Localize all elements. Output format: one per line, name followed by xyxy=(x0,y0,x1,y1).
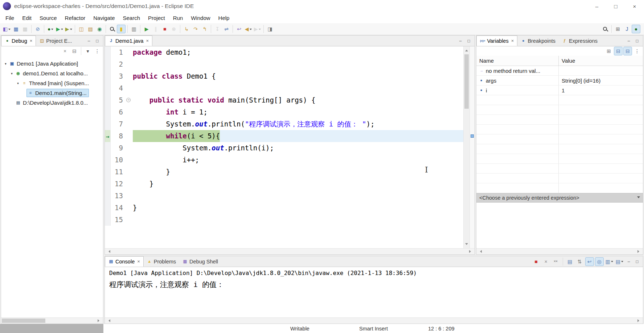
code-text[interactable]: while(i < 5){ xyxy=(132,130,463,142)
debug-button[interactable]: ● xyxy=(46,25,55,33)
overview-ruler[interactable] xyxy=(469,46,475,248)
run-button[interactable]: ▶ xyxy=(55,25,64,33)
minimize-view-button[interactable]: – xyxy=(625,37,632,45)
expander-icon[interactable]: ▾ xyxy=(16,82,20,85)
column-header-name[interactable]: Name xyxy=(476,56,559,66)
dropdown-arrow-icon[interactable] xyxy=(8,29,11,31)
code-line[interactable]: 11 } xyxy=(105,166,463,178)
word-wrap-button[interactable]: ↩ xyxy=(585,257,594,266)
scrollbar-thumb[interactable] xyxy=(2,319,45,323)
resume-button[interactable]: ▶ xyxy=(142,25,151,33)
code-text[interactable] xyxy=(132,214,463,226)
close-icon[interactable]: × xyxy=(30,38,33,43)
use-step-filters-button[interactable]: ⇌ xyxy=(222,25,231,33)
fold-gutter[interactable] xyxy=(125,142,132,154)
remove-launch-button[interactable]: × xyxy=(542,257,550,266)
code-line[interactable]: 15 xyxy=(105,214,463,226)
fold-gutter[interactable] xyxy=(125,214,132,226)
expander-icon[interactable]: ▾ xyxy=(9,72,14,75)
display-selected-console-button[interactable]: ▥ xyxy=(605,257,614,266)
fold-gutter[interactable] xyxy=(125,118,132,130)
tree-item-content[interactable]: ▤D:\Develop\Java\jdk1.8.0... xyxy=(14,99,90,107)
editor-horizontal-scrollbar[interactable] xyxy=(105,248,475,254)
code-line[interactable]: 2 xyxy=(105,58,463,70)
fold-gutter[interactable] xyxy=(125,178,132,190)
step-into-button[interactable]: ↳ xyxy=(182,25,191,33)
scroll-right-icon[interactable] xyxy=(637,250,641,253)
fold-collapse-icon[interactable] xyxy=(126,98,131,102)
code-text[interactable]: i++; xyxy=(132,154,463,166)
terminate-button[interactable]: ■ xyxy=(160,25,169,33)
open-console-button[interactable]: ▤ xyxy=(615,257,624,266)
code-text[interactable]: } xyxy=(132,202,463,214)
dropdown-arrow-icon[interactable] xyxy=(70,29,72,31)
console-tab-debug-shell[interactable]: ▥Debug Shell xyxy=(179,256,221,267)
variables-tab-variables[interactable]: (x)=Variables× xyxy=(476,36,517,46)
last-edit-location-button[interactable]: ↩ xyxy=(235,25,243,33)
menu-source[interactable]: Source xyxy=(36,13,61,22)
scroll-right-icon[interactable] xyxy=(637,319,641,322)
editor-vertical-scrollbar[interactable] xyxy=(463,46,469,248)
code-text[interactable]: System.out.println(i); xyxy=(132,142,463,154)
maximize-button[interactable]: □ xyxy=(606,0,625,12)
debug-perspective-button[interactable]: ● xyxy=(632,25,640,33)
scroll-left-icon[interactable] xyxy=(107,250,110,253)
breakpoint-gutter[interactable] xyxy=(105,118,111,130)
clear-console-button[interactable]: ▤ xyxy=(566,257,574,266)
code-text[interactable] xyxy=(132,82,463,94)
tree-item[interactable]: ▾◉demo1.Demo1 at localho... xyxy=(1,68,103,78)
view-menu-button[interactable]: ⋮ xyxy=(93,47,102,55)
console-tab-problems[interactable]: ▲Problems xyxy=(144,256,179,267)
remove-all-launches-button[interactable]: ×× xyxy=(551,257,560,266)
minimize-view-button[interactable]: – xyxy=(457,37,464,45)
close-icon[interactable]: × xyxy=(137,259,140,264)
editor-code-area[interactable]: 1package demo1;23public class Demo1 {45 … xyxy=(105,46,463,248)
view-menu-button[interactable]: ⋮ xyxy=(633,47,641,55)
breakpoint-gutter[interactable] xyxy=(105,154,111,166)
breakpoint-gutter[interactable] xyxy=(105,58,111,70)
debug-horizontal-scrollbar[interactable] xyxy=(1,317,103,324)
code-text[interactable]: int i = 1; xyxy=(132,106,463,118)
scrollbar-thumb[interactable] xyxy=(464,54,469,109)
editor-tab-demo1-java[interactable]: JDemo1.java× xyxy=(105,36,152,46)
tree-item[interactable]: ▾▣Demo1 [Java Application] xyxy=(1,59,103,68)
close-icon[interactable]: × xyxy=(511,38,514,43)
expression-dropdown-icon[interactable] xyxy=(637,196,640,200)
breakpoint-gutter[interactable] xyxy=(105,202,111,214)
column-header-value[interactable]: Value xyxy=(559,56,575,66)
new-class-button[interactable]: ◉ xyxy=(95,25,104,33)
fold-gutter[interactable] xyxy=(125,58,132,70)
menu-navigate[interactable]: Navigate xyxy=(89,13,119,22)
scroll-up-icon[interactable] xyxy=(465,48,468,51)
overview-current-line-marker[interactable] xyxy=(471,134,474,138)
maximize-view-button[interactable]: □ xyxy=(633,37,641,45)
tree-item[interactable]: ▾≡Thread [main] (Suspen... xyxy=(1,78,103,88)
fold-gutter[interactable] xyxy=(125,70,132,82)
breakpoint-gutter[interactable] xyxy=(105,70,111,82)
code-text[interactable]: public static void main(String[] args) { xyxy=(132,94,463,106)
java-search-button[interactable] xyxy=(108,25,116,33)
code-text[interactable]: } xyxy=(132,178,463,190)
code-text[interactable] xyxy=(132,190,463,202)
fold-gutter[interactable] xyxy=(125,106,132,118)
fold-gutter[interactable] xyxy=(125,94,132,106)
menu-window[interactable]: Window xyxy=(187,13,214,22)
fold-gutter[interactable] xyxy=(125,46,132,58)
code-line[interactable]: 4 xyxy=(105,82,463,94)
minimize-view-button[interactable]: – xyxy=(625,258,632,265)
mark-occurrences-button[interactable]: ▮ xyxy=(117,25,126,33)
variables-horizontal-scrollbar[interactable] xyxy=(476,248,643,254)
code-text[interactable]: } xyxy=(132,166,463,178)
fold-gutter[interactable] xyxy=(125,154,132,166)
code-text[interactable]: public class Demo1 { xyxy=(132,70,463,82)
maximize-view-button[interactable]: □ xyxy=(465,37,472,45)
fold-gutter[interactable] xyxy=(125,130,132,142)
variables-detail-pane[interactable] xyxy=(476,203,643,248)
debug-tab-debug[interactable]: ●Debug× xyxy=(1,36,36,46)
menu-run[interactable]: Run xyxy=(169,13,187,22)
dropdown-arrow-icon[interactable] xyxy=(259,29,261,31)
breakpoint-gutter[interactable] xyxy=(105,94,111,106)
scroll-right-icon[interactable] xyxy=(469,250,472,253)
pin-console-button[interactable]: ◎ xyxy=(595,257,604,266)
open-task-button[interactable]: ▥ xyxy=(130,25,138,33)
